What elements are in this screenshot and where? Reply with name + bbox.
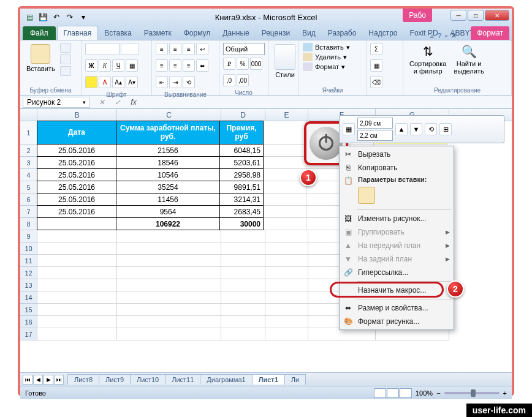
cell[interactable] — [117, 316, 221, 328]
cell-bonus[interactable]: 5203,61 — [219, 156, 264, 169]
cell[interactable] — [221, 230, 265, 242]
sheet-nav-prev[interactable]: ◀ — [33, 375, 43, 385]
cell[interactable] — [37, 242, 117, 255]
cell[interactable] — [221, 242, 265, 255]
indent-inc-button[interactable]: ⇥ — [169, 76, 181, 88]
view-normal-button[interactable] — [374, 388, 386, 398]
cell[interactable] — [264, 157, 306, 169]
cell-bonus[interactable]: 9891,51 — [219, 181, 264, 193]
format-painter-icon[interactable] — [60, 66, 71, 76]
cell[interactable] — [37, 316, 117, 328]
cell[interactable] — [37, 230, 117, 242]
cell[interactable] — [37, 279, 117, 291]
help-icon[interactable]: ? — [438, 32, 441, 40]
name-box[interactable]: Рисунок 2▾ — [23, 97, 90, 108]
cell[interactable] — [264, 218, 306, 230]
zoom-slider[interactable] — [444, 392, 500, 394]
menu-copy[interactable]: ⎘Копировать — [340, 161, 454, 175]
tab-review[interactable]: Рецензи — [256, 26, 296, 40]
cell-date[interactable]: 25.05.2016 — [37, 181, 116, 193]
cell-date[interactable]: 25.05.2016 — [37, 205, 116, 218]
shrink-font-button[interactable]: A▾ — [126, 76, 138, 88]
font-size-box[interactable] — [121, 43, 139, 55]
close-button[interactable]: ✕ — [485, 10, 509, 21]
row-header[interactable]: 14 — [20, 291, 37, 304]
row-header[interactable]: 3 — [20, 157, 37, 169]
tab-data[interactable]: Данные — [216, 26, 255, 40]
header-cell-salary[interactable]: Сумма заработной платы, руб. — [116, 121, 220, 145]
cells-delete-button[interactable]: Удалить ▾ — [303, 53, 350, 61]
col-header-e[interactable]: E — [265, 109, 308, 121]
cell[interactable] — [376, 328, 449, 340]
cell-salary[interactable]: 9564 — [116, 205, 220, 218]
copy-icon[interactable] — [60, 54, 71, 64]
merge-button[interactable]: ⬌ — [196, 59, 208, 72]
tab-format[interactable]: Формат — [471, 26, 509, 40]
redo-icon[interactable]: ↷ — [64, 12, 75, 23]
view-break-button[interactable] — [400, 388, 412, 398]
sheet-tab[interactable]: Лист10 — [130, 374, 165, 385]
row-header[interactable]: 9 — [20, 230, 37, 242]
cell[interactable] — [265, 255, 308, 267]
select-all-corner[interactable] — [20, 109, 37, 121]
font-color-button[interactable]: A — [99, 76, 111, 88]
indent-dec-button[interactable]: ⇤ — [156, 76, 168, 88]
sheet-tab[interactable]: Лист11 — [165, 374, 200, 385]
width-spinner[interactable]: 2,09 см — [357, 118, 393, 129]
menu-hyperlink[interactable]: 🔗Гиперссылка... — [340, 266, 454, 279]
align-right-button[interactable]: ≡ — [183, 59, 195, 72]
cell[interactable] — [117, 267, 221, 279]
cell-salary[interactable]: 10546 — [116, 168, 220, 181]
qat-more-icon[interactable]: ▾ — [78, 12, 89, 23]
file-tab[interactable]: Файл — [23, 26, 56, 40]
percent-button[interactable]: % — [237, 58, 249, 70]
clear-button[interactable]: ⌫ — [370, 76, 382, 88]
cell[interactable] — [265, 304, 308, 316]
cell[interactable] — [37, 267, 117, 279]
close-workbook-icon[interactable]: ✕ — [451, 32, 457, 40]
row-header[interactable]: 6 — [20, 193, 37, 206]
currency-button[interactable]: ₽ — [223, 58, 235, 70]
maximize-button[interactable]: □ — [468, 10, 484, 21]
cell[interactable] — [308, 328, 376, 340]
zoom-thumb[interactable] — [471, 389, 476, 397]
cells-insert-button[interactable]: Вставить ▾ — [303, 43, 350, 51]
col-header-b[interactable]: B — [37, 109, 117, 121]
cell[interactable] — [265, 230, 308, 242]
tab-layout[interactable]: Разметк — [138, 26, 178, 40]
zoom-percent[interactable]: 100% — [416, 389, 433, 397]
menu-size-props[interactable]: ⬌Размер и свойства... — [340, 301, 454, 315]
cell[interactable] — [265, 328, 308, 340]
row-header[interactable]: 5 — [20, 181, 37, 193]
sheet-nav-next[interactable]: ▶ — [44, 375, 53, 385]
cell-salary[interactable]: 11456 — [116, 193, 220, 206]
total-bonus[interactable]: 30000 — [219, 217, 264, 230]
cell-salary[interactable]: 21556 — [116, 144, 220, 157]
cell[interactable] — [117, 242, 221, 255]
cell-date[interactable]: 25.05.2016 — [37, 168, 116, 181]
col-header-c[interactable]: C — [117, 109, 221, 121]
col-header-d[interactable]: D — [221, 109, 265, 121]
align-top-button[interactable]: ≡ — [156, 43, 168, 55]
autosum-button[interactable]: Σ — [370, 43, 382, 55]
cell[interactable] — [37, 217, 116, 230]
cell[interactable] — [117, 291, 221, 304]
orientation-button[interactable]: ⟲ — [183, 76, 195, 88]
name-box-dropdown-icon[interactable]: ▾ — [83, 99, 86, 105]
menu-edit-picture[interactable]: 🖼Изменить рисунок... — [340, 212, 454, 225]
cell-bonus[interactable]: 2958,98 — [219, 168, 264, 181]
row-header[interactable]: 7 — [20, 206, 37, 218]
cell[interactable] — [221, 255, 265, 267]
sheet-tab[interactable]: Лист8 — [67, 374, 99, 385]
sheet-nav-last[interactable]: ⏭ — [54, 375, 64, 385]
paste-option-button[interactable] — [340, 184, 454, 208]
cell-bonus[interactable]: 2683,45 — [219, 205, 264, 218]
cell-salary[interactable]: 18546 — [116, 156, 220, 169]
save-icon[interactable]: 💾 — [37, 12, 48, 23]
menu-format-picture[interactable]: 🎨Формат рисунка... — [340, 315, 454, 328]
minimize-button[interactable]: ─ — [450, 10, 466, 21]
sheet-nav-first[interactable]: ⏮ — [23, 375, 32, 385]
cell[interactable] — [37, 255, 117, 267]
align-left-button[interactable]: ≡ — [156, 59, 168, 72]
cell[interactable] — [221, 304, 265, 316]
